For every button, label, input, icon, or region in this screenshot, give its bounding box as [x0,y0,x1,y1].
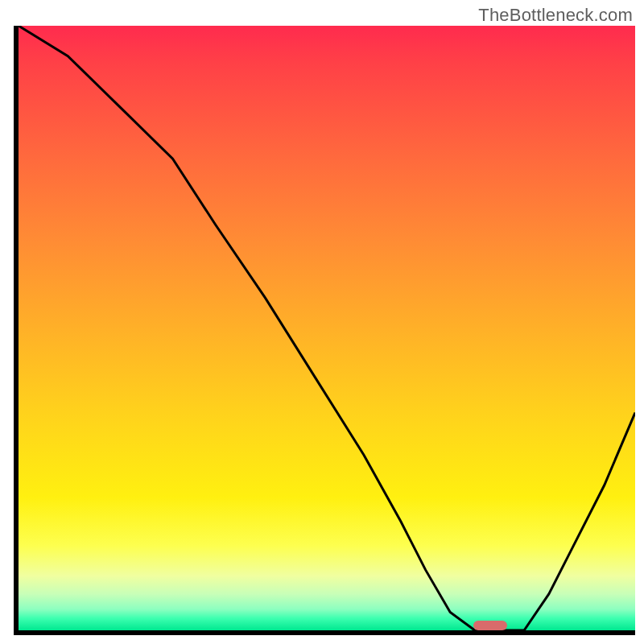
optimal-point-marker [473,621,507,630]
bottleneck-curve-line [19,26,635,630]
plot-area [14,26,635,635]
watermark-text: TheBottleneck.com [478,5,633,26]
